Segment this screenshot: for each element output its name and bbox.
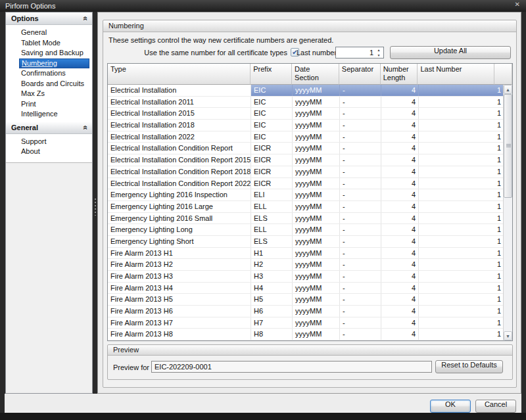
cell-date-section[interactable]: yyyyMM xyxy=(293,154,340,166)
cell-number-length[interactable]: 4 xyxy=(381,97,419,108)
cell-prefix[interactable]: ELS xyxy=(251,213,293,224)
cell-number-length[interactable]: 4 xyxy=(381,120,419,131)
cell-separator[interactable]: - xyxy=(340,201,381,212)
update-all-button[interactable]: Update All xyxy=(390,46,511,59)
cell-date-section[interactable]: yyyyMM xyxy=(293,306,340,317)
cell-prefix[interactable]: EIC xyxy=(251,97,293,108)
cell-type[interactable]: Fire Alarm 2013 H2 xyxy=(108,259,251,270)
cell-number-length[interactable]: 4 xyxy=(381,213,419,224)
vertical-scrollbar[interactable]: ▲ ▼ xyxy=(503,85,512,340)
cell-date-section[interactable]: yyyyMM xyxy=(293,294,340,305)
cell-separator[interactable]: - xyxy=(340,178,381,189)
cell-number-length[interactable]: 4 xyxy=(381,189,419,200)
cell-number-length[interactable]: 4 xyxy=(381,178,419,189)
scroll-up-icon[interactable]: ▲ xyxy=(504,85,512,94)
cell-separator[interactable]: - xyxy=(340,236,381,247)
cell-separator[interactable]: - xyxy=(340,306,381,317)
cell-date-section[interactable]: yyyyMM xyxy=(293,236,340,247)
cell-separator[interactable]: - xyxy=(340,108,381,119)
cell-date-section[interactable]: yyyyMM xyxy=(293,97,340,108)
cell-date-section[interactable]: yyyyMM xyxy=(293,224,340,235)
cell-prefix[interactable]: ELI xyxy=(251,189,293,200)
cell-last-number[interactable]: 1 xyxy=(419,201,504,212)
cell-type[interactable]: Electrical Installation Condition Report… xyxy=(108,154,251,166)
scroll-down-icon[interactable]: ▼ xyxy=(504,331,512,340)
cell-type[interactable]: Fire Alarm 2013 H6 xyxy=(108,306,251,317)
cell-prefix[interactable]: H3 xyxy=(251,271,293,282)
cell-separator[interactable]: - xyxy=(340,154,381,166)
cell-last-number[interactable]: 1 xyxy=(419,259,504,270)
cell-date-section[interactable]: yyyyMM xyxy=(293,329,340,340)
cell-prefix[interactable]: H2 xyxy=(251,259,293,270)
cell-last-number[interactable]: 1 xyxy=(419,236,504,247)
cell-last-number[interactable]: 1 xyxy=(419,154,504,166)
cell-number-length[interactable]: 4 xyxy=(381,108,419,119)
cell-number-length[interactable]: 4 xyxy=(381,294,419,305)
spinner-up-icon[interactable]: ▲ xyxy=(377,48,381,52)
sidebar-item-print[interactable]: Print xyxy=(19,99,89,110)
cell-prefix[interactable]: EICR xyxy=(251,178,293,189)
cell-last-number[interactable]: 1 xyxy=(419,306,504,317)
cell-number-length[interactable]: 4 xyxy=(381,306,419,317)
cell-number-length[interactable]: 4 xyxy=(381,236,419,247)
cell-type[interactable]: Fire Alarm 2013 H4 xyxy=(108,283,251,294)
sidebar-group-options[interactable]: Options« xyxy=(6,12,92,25)
cell-separator[interactable]: - xyxy=(340,248,381,259)
cell-last-number[interactable]: 1 xyxy=(419,317,504,329)
cell-type[interactable]: Fire Alarm 2013 H8 xyxy=(108,329,251,340)
cell-type[interactable]: Electrical Installation 2022 xyxy=(108,131,251,143)
cell-last-number[interactable]: 1 xyxy=(419,178,504,189)
cell-last-number[interactable]: 1 xyxy=(419,143,504,154)
cell-number-length[interactable]: 4 xyxy=(381,143,419,154)
preview-field[interactable]: EIC-202209-0001 xyxy=(151,361,432,373)
cell-separator[interactable]: - xyxy=(340,189,381,200)
cell-last-number[interactable]: 1 xyxy=(419,85,504,96)
cell-number-length[interactable]: 4 xyxy=(381,271,419,282)
cell-date-section[interactable]: yyyyMM xyxy=(293,201,340,212)
table-row[interactable]: Electrical Installation 2018EICyyyyMM-41 xyxy=(108,120,512,131)
table-row[interactable]: Emergency Lighting ShortELSyyyyMM-41 xyxy=(108,236,512,248)
sidebar-item-boards-and-circuits[interactable]: Boards and Circuits xyxy=(19,79,89,89)
cell-date-section[interactable]: yyyyMM xyxy=(293,189,340,200)
cell-type[interactable]: Emergency Lighting 2016 Large xyxy=(108,201,251,212)
cell-prefix[interactable]: H1 xyxy=(251,248,293,259)
cell-type[interactable]: Electrical Installation Condition Report… xyxy=(108,166,251,177)
cell-type[interactable]: Electrical Installation xyxy=(108,85,251,96)
sidebar-item-numbering[interactable]: Numbering xyxy=(19,58,89,69)
cell-prefix[interactable]: EIC xyxy=(251,120,293,131)
last-number-input[interactable]: 1 ▲ ▼ xyxy=(335,47,384,58)
cell-separator[interactable]: - xyxy=(340,166,381,177)
cell-date-section[interactable]: yyyyMM xyxy=(293,248,340,259)
sidebar-item-saving-and-backup[interactable]: Saving and Backup xyxy=(19,48,89,58)
cell-type[interactable]: Electrical Installation Condition Report… xyxy=(108,178,251,189)
cell-last-number[interactable]: 1 xyxy=(419,108,504,119)
sidebar-item-intelligence[interactable]: Intelligence xyxy=(19,109,89,120)
cell-date-section[interactable]: yyyyMM xyxy=(293,131,340,143)
cell-date-section[interactable]: yyyyMM xyxy=(293,143,340,154)
reset-to-defaults-button[interactable]: Reset to Defaults xyxy=(435,360,503,373)
table-row[interactable]: Fire Alarm 2013 H7H7yyyyMM-41 xyxy=(108,317,512,329)
close-icon[interactable]: ✕ xyxy=(515,1,520,8)
sidebar-item-max-zs[interactable]: Max Zs xyxy=(19,89,89,99)
cell-last-number[interactable]: 1 xyxy=(419,294,504,305)
cell-type[interactable]: Electrical Installation Condition Report xyxy=(108,143,251,154)
sidebar-item-support[interactable]: Support xyxy=(19,137,89,147)
cell-separator[interactable]: - xyxy=(340,259,381,270)
cell-number-length[interactable]: 4 xyxy=(381,317,419,329)
cell-prefix[interactable]: H5 xyxy=(251,294,293,305)
cell-separator[interactable]: - xyxy=(340,224,381,235)
cell-separator[interactable]: - xyxy=(340,97,381,108)
table-row[interactable]: Fire Alarm 2013 H6H6yyyyMM-41 xyxy=(108,306,512,317)
cell-date-section[interactable]: yyyyMM xyxy=(293,178,340,189)
table-row[interactable]: Electrical Installation 2022EICyyyyMM-41 xyxy=(108,131,512,143)
cell-last-number[interactable]: 1 xyxy=(419,248,504,259)
table-row[interactable]: Emergency Lighting 2016 InspectionELIyyy… xyxy=(108,189,512,201)
cell-prefix[interactable]: EICR xyxy=(251,154,293,166)
cell-number-length[interactable]: 4 xyxy=(381,131,419,143)
cell-type[interactable]: Emergency Lighting 2016 Inspection xyxy=(108,189,251,200)
cell-number-length[interactable]: 4 xyxy=(381,166,419,177)
spinner-buttons[interactable]: ▲ ▼ xyxy=(375,47,383,58)
cell-type[interactable]: Fire Alarm 2013 H7 xyxy=(108,317,251,329)
cell-separator[interactable]: - xyxy=(340,271,381,282)
cell-last-number[interactable]: 1 xyxy=(419,283,504,294)
